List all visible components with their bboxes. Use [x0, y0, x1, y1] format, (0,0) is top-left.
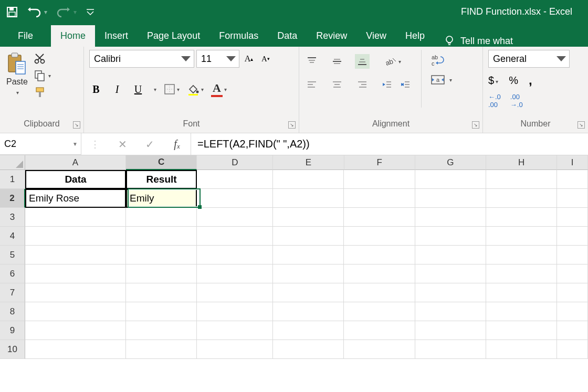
comma-button[interactable]: , — [529, 73, 532, 88]
cell-E6[interactable] — [273, 264, 344, 283]
tab-file[interactable]: File — [10, 25, 51, 47]
row-header-5[interactable]: 5 — [0, 246, 25, 264]
row-header-4[interactable]: 4 — [0, 227, 25, 246]
column-header-A[interactable]: A — [25, 155, 126, 170]
cell-C10[interactable] — [126, 340, 197, 359]
underline-dropdown[interactable] — [152, 84, 156, 94]
paste-dropdown-icon[interactable] — [15, 88, 19, 97]
format-painter-button[interactable] — [34, 87, 51, 99]
cell-E3[interactable] — [273, 208, 344, 227]
cell-D6[interactable] — [197, 264, 273, 283]
cell-D3[interactable] — [197, 208, 273, 227]
cell-G2[interactable] — [415, 189, 486, 208]
cell-G7[interactable] — [415, 283, 486, 302]
formula-bar[interactable]: =LEFT(A2,FIND(" ",A2)) — [191, 133, 588, 155]
cell-A9[interactable] — [25, 321, 126, 340]
cell-D2[interactable] — [197, 189, 273, 208]
align-right-button[interactable] — [355, 77, 370, 92]
cell-I7[interactable] — [557, 283, 588, 302]
increase-indent-button[interactable] — [398, 77, 412, 92]
cell-C3[interactable] — [126, 208, 197, 227]
cell-C5[interactable] — [126, 246, 197, 264]
tab-help[interactable]: Help — [396, 25, 434, 47]
number-format-combo[interactable]: General — [488, 50, 570, 68]
cell-F1[interactable] — [344, 170, 415, 189]
decrease-indent-button[interactable] — [380, 77, 393, 92]
cell-H5[interactable] — [486, 246, 557, 264]
cut-button[interactable] — [34, 53, 51, 65]
tab-insert[interactable]: Insert — [95, 25, 138, 47]
cell-E8[interactable] — [273, 302, 344, 321]
column-header-I[interactable]: I — [557, 155, 588, 170]
cell-I2[interactable] — [557, 189, 588, 208]
row-header-7[interactable]: 7 — [0, 283, 25, 302]
row-header-10[interactable]: 10 — [0, 340, 25, 359]
cell-G8[interactable] — [415, 302, 486, 321]
italic-button[interactable]: I — [110, 83, 124, 96]
cell-D1[interactable] — [197, 170, 273, 189]
redo-button[interactable]: ▾ — [57, 7, 77, 17]
cell-E9[interactable] — [273, 321, 344, 340]
cell-G5[interactable] — [415, 246, 486, 264]
cell-C2[interactable]: Emily — [126, 189, 197, 208]
cell-A1[interactable]: Data — [25, 170, 126, 189]
enter-formula-button[interactable]: ✓ — [136, 133, 163, 155]
cell-C4[interactable] — [126, 227, 197, 246]
currency-button[interactable]: $ — [488, 75, 498, 87]
cell-H4[interactable] — [486, 227, 557, 246]
cell-H1[interactable] — [486, 170, 557, 189]
cell-C8[interactable] — [126, 302, 197, 321]
font-size-combo[interactable]: 11 — [196, 50, 239, 68]
column-header-C[interactable]: C — [126, 155, 197, 170]
cell-H6[interactable] — [486, 264, 557, 283]
tab-review[interactable]: Review — [307, 25, 356, 47]
cell-H10[interactable] — [486, 340, 557, 359]
cell-E10[interactable] — [273, 340, 344, 359]
align-top-button[interactable] — [304, 54, 319, 69]
cell-H8[interactable] — [486, 302, 557, 321]
cell-D5[interactable] — [197, 246, 273, 264]
select-all-corner[interactable] — [0, 155, 25, 170]
decrease-font-button[interactable]: A▾ — [258, 51, 273, 66]
borders-button[interactable] — [164, 83, 180, 95]
cell-F4[interactable] — [344, 227, 415, 246]
cell-C7[interactable] — [126, 283, 197, 302]
percent-button[interactable]: % — [509, 75, 518, 87]
cell-G3[interactable] — [415, 208, 486, 227]
cell-D9[interactable] — [197, 321, 273, 340]
worksheet-grid[interactable]: 12345678910 ACDEFGHI DataResultEmily Ros… — [0, 155, 588, 359]
cell-C9[interactable] — [126, 321, 197, 340]
font-color-button[interactable]: A — [211, 81, 227, 97]
cell-E1[interactable] — [273, 170, 344, 189]
column-header-F[interactable]: F — [344, 155, 415, 170]
cell-E4[interactable] — [273, 227, 344, 246]
orientation-button[interactable]: ab — [380, 54, 406, 69]
cell-I3[interactable] — [557, 208, 588, 227]
tab-formulas[interactable]: Formulas — [209, 25, 268, 47]
font-dialog-launcher[interactable]: ↘ — [288, 121, 296, 129]
cancel-formula-button[interactable]: ✕ — [109, 133, 136, 155]
cell-H2[interactable] — [486, 189, 557, 208]
tab-home[interactable]: Home — [51, 25, 95, 47]
cell-I4[interactable] — [557, 227, 588, 246]
cell-G4[interactable] — [415, 227, 486, 246]
cell-I5[interactable] — [557, 246, 588, 264]
cell-C1[interactable]: Result — [126, 170, 197, 189]
insert-function-button[interactable]: fx — [163, 133, 191, 155]
row-header-6[interactable]: 6 — [0, 264, 25, 283]
row-header-2[interactable]: 2 — [0, 189, 25, 208]
align-middle-button[interactable] — [330, 54, 344, 69]
cell-A3[interactable] — [25, 208, 126, 227]
cell-A4[interactable] — [25, 227, 126, 246]
name-box[interactable]: C2 ▼ — [0, 133, 81, 155]
column-header-G[interactable]: G — [415, 155, 486, 170]
undo-button[interactable]: ▾ — [27, 7, 47, 17]
cell-F3[interactable] — [344, 208, 415, 227]
cell-F8[interactable] — [344, 302, 415, 321]
cell-F5[interactable] — [344, 246, 415, 264]
bold-button[interactable]: B — [89, 83, 103, 96]
row-header-3[interactable]: 3 — [0, 208, 25, 227]
cell-D10[interactable] — [197, 340, 273, 359]
cell-E7[interactable] — [273, 283, 344, 302]
cell-I10[interactable] — [557, 340, 588, 359]
